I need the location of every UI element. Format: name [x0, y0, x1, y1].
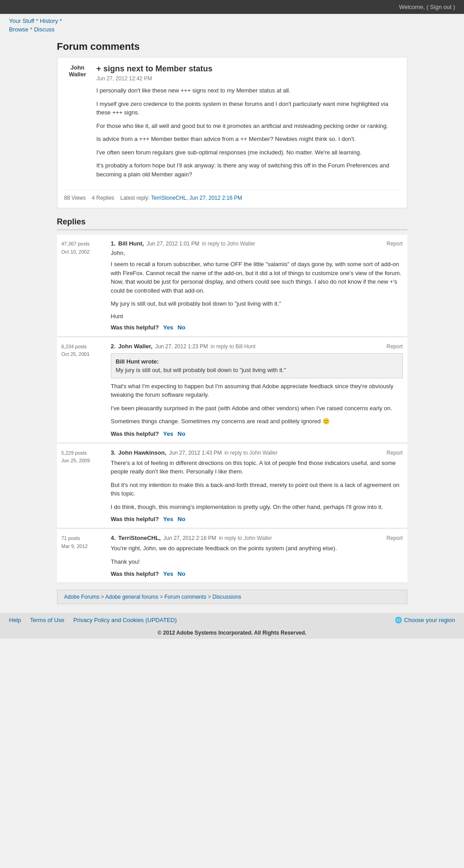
region-icon: 🌐	[395, 617, 402, 623]
reply-number: 4.	[111, 535, 116, 541]
reply-in-reply: in reply to John Waller	[225, 450, 278, 456]
footer-privacy-link[interactable]: Privacy Policy and Cookies (UPDATED)	[73, 617, 177, 623]
replies-container: 47,367 postsOct 10, 2002 1. Bill Hunt, J…	[57, 235, 407, 583]
helpful-no[interactable]: No	[177, 516, 185, 522]
post-paragraph: Is advice from a +++ Member better than …	[97, 135, 400, 144]
helpful-yes[interactable]: Yes	[163, 570, 173, 577]
breadcrumb-discussions[interactable]: Discussions	[212, 594, 241, 600]
reply-main: 2. John Waller, Jun 27, 2012 1:23 PM in …	[106, 343, 407, 437]
reply-paragraph: I do think, though, this morning's imple…	[111, 503, 403, 512]
helpful-no[interactable]: No	[177, 324, 185, 331]
report-link[interactable]: Report	[386, 450, 402, 456]
replies-header: Replies	[57, 217, 407, 230]
reply-date: Jun 27, 2012 1:43 PM	[169, 450, 221, 456]
post-paragraph: I personally don't like these new +++ si…	[97, 86, 400, 95]
reply-paragraph: My jury is still out, but will probably …	[111, 299, 403, 308]
reply-item: 5,229 postsJun 25, 2009 3. John Hawkinso…	[57, 444, 407, 529]
reply-number: 3.	[111, 449, 116, 456]
helpful-yes[interactable]: Yes	[163, 430, 173, 437]
reply-sidebar: 71 postsMar 9, 2012	[57, 535, 106, 577]
reply-sidebar: 6,234 postsOct 25, 2001	[57, 343, 106, 437]
reply-main: 1. Bill Hunt, Jun 27, 2012 1:01 PM in re…	[106, 240, 407, 331]
reply-in-reply: in reply to Bill Hunt	[211, 343, 256, 350]
reply-body: There's a lot of feeling in different di…	[111, 459, 403, 512]
reply-paragraph: Thank you!	[111, 557, 403, 566]
reply-main: 3. John Hawkinson, Jun 27, 2012 1:43 PM …	[106, 449, 407, 523]
reply-paragraph: That's what I'm expecting to happen but …	[111, 382, 403, 399]
post-paragraph: It's probably a forlorn hope but I'll as…	[97, 161, 400, 179]
reply-paragraph: Sometimes things change. Sometimes my co…	[111, 417, 403, 426]
reply-author: John Hawkinson,	[118, 449, 166, 456]
helpful-label: Was this helpful?	[111, 570, 159, 577]
reply-header: 2. John Waller, Jun 27, 2012 1:23 PM in …	[111, 343, 403, 350]
reply-sidebar: 5,229 postsJun 25, 2009	[57, 449, 106, 523]
post-date: Jun 27, 2012 12:42 PM	[97, 75, 400, 82]
helpful-section: Was this helpful? Yes No	[111, 430, 403, 437]
report-link[interactable]: Report	[386, 241, 402, 247]
helpful-yes[interactable]: Yes	[163, 324, 173, 331]
reply-date: Jun 27, 2012 1:01 PM	[146, 241, 199, 247]
reply-body: I seem to recall a forum subscriber, who…	[111, 260, 403, 308]
reply-header: 4. TerriStoneCHL, Jun 27, 2012 2:16 PM i…	[111, 535, 403, 541]
replies-count: 4 Replies	[92, 195, 114, 201]
browse-link[interactable]: Browse	[9, 26, 28, 33]
reply-item: 6,234 postsOct 25, 2001 2. John Waller, …	[57, 338, 407, 443]
post-paragraph: I myself give zero credence to the point…	[97, 100, 400, 117]
post-subject: + signs next to Member status	[97, 64, 400, 74]
main-container: Forum comments John Waller + signs next …	[48, 36, 416, 613]
reply-joined: Jun 25, 2009	[62, 457, 102, 465]
signout-link[interactable]: ( Sign out )	[426, 4, 455, 10]
latest-reply-link[interactable]: TerriStoneCHL, Jun 27, 2012 2:16 PM	[151, 195, 242, 201]
reply-in-reply: in reply to John Waller	[219, 535, 272, 541]
reply-paragraph: I seem to recall a forum subscriber, who…	[111, 260, 403, 295]
reply-sidebar: 47,367 postsOct 10, 2002	[57, 240, 106, 331]
nav-links: Your Stuff * History * Browse * Discuss	[9, 18, 62, 33]
reply-posts: 6,234 posts	[62, 343, 102, 351]
your-stuff-link[interactable]: Your Stuff	[9, 18, 34, 24]
reply-posts: 5,229 posts	[62, 449, 102, 457]
post-author-area: John Waller + signs next to Member statu…	[64, 64, 400, 183]
reply-number: 2.	[111, 343, 116, 350]
page-title: Forum comments	[57, 41, 407, 53]
helpful-section: Was this helpful? Yes No	[111, 324, 403, 331]
post-content: + signs next to Member status Jun 27, 20…	[97, 64, 400, 183]
breadcrumb-forum-comments[interactable]: Forum comments	[164, 594, 206, 600]
reply-salutation: John,	[111, 250, 403, 256]
top-bar: Welcome, ( Sign out )	[0, 0, 464, 14]
helpful-label: Was this helpful?	[111, 516, 159, 522]
discuss-link[interactable]: Discuss	[34, 26, 55, 33]
region-link[interactable]: Choose your region	[404, 617, 455, 623]
helpful-no[interactable]: No	[177, 570, 185, 577]
reply-author: TerriStoneCHL,	[118, 535, 160, 541]
reply-paragraph: I've been pleasantly surprised in the pa…	[111, 404, 403, 413]
reply-signature: Hunt	[111, 313, 403, 320]
reply-body: That's what I'm expecting to happen but …	[111, 382, 403, 426]
region-chooser[interactable]: 🌐 Choose your region	[395, 617, 455, 623]
copyright: © 2012 Adobe Systems Incorporated. All R…	[158, 630, 306, 636]
breadcrumb-general[interactable]: Adobe general forums	[105, 594, 158, 600]
breadcrumb-adobe-forums[interactable]: Adobe Forums	[64, 594, 100, 600]
reply-author: Bill Hunt,	[118, 240, 144, 247]
reply-joined: Oct 25, 2001	[62, 351, 102, 359]
footer-terms-link[interactable]: Terms of Use	[30, 617, 65, 623]
report-link[interactable]: Report	[386, 535, 402, 541]
report-link[interactable]: Report	[386, 343, 402, 350]
post-stats: 88 Views 4 Replies Latest reply: TerriSt…	[64, 190, 400, 201]
post-body: I personally don't like these new +++ si…	[97, 86, 400, 179]
helpful-section: Was this helpful? Yes No	[111, 570, 403, 577]
reply-item: 47,367 postsOct 10, 2002 1. Bill Hunt, J…	[57, 235, 407, 337]
views-count: 88 Views	[64, 195, 86, 201]
footer-help-link[interactable]: Help	[9, 617, 21, 623]
helpful-yes[interactable]: Yes	[163, 516, 173, 522]
original-post: John Waller + signs next to Member statu…	[57, 57, 407, 208]
history-link[interactable]: History	[40, 18, 58, 24]
quote-block: Bill Hunt wrote: My jury is still out, b…	[111, 353, 403, 378]
helpful-label: Was this helpful?	[111, 324, 159, 331]
helpful-no[interactable]: No	[177, 430, 185, 437]
reply-number: 1.	[111, 240, 116, 247]
reply-header: 1. Bill Hunt, Jun 27, 2012 1:01 PM in re…	[111, 240, 403, 247]
reply-joined: Mar 9, 2012	[62, 543, 102, 551]
reply-date: Jun 27, 2012 2:16 PM	[164, 535, 216, 541]
reply-posts: 47,367 posts	[62, 240, 102, 248]
quote-text: My jury is still out, but will probably …	[116, 367, 398, 373]
